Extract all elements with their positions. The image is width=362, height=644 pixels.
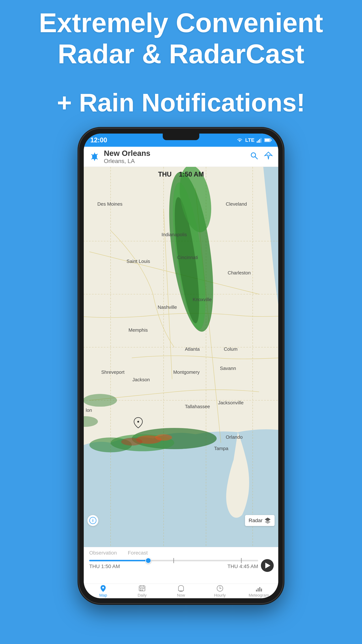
nav-label-meteogram: Meteogram	[249, 593, 269, 598]
hero-subtitle: + Rain Notifications!	[0, 88, 362, 118]
city-memphis: Memphis	[128, 327, 148, 333]
radar-button[interactable]: Radar	[245, 515, 275, 526]
location-city: New Orleans	[104, 149, 250, 158]
svg-point-36	[102, 587, 104, 588]
city-colum: Colum	[224, 346, 238, 352]
forecast-label: Forecast	[128, 550, 148, 556]
city-knoxville: Knoxville	[193, 297, 212, 302]
timeline-progress	[89, 560, 148, 561]
city-tampa: Tampa	[214, 446, 228, 451]
svg-rect-3	[261, 138, 261, 143]
city-indianapolis: Indianapolis	[162, 232, 187, 238]
svg-rect-43	[143, 588, 144, 589]
info-button[interactable]: i	[87, 515, 98, 526]
svg-point-50	[220, 588, 220, 589]
svg-rect-6	[271, 140, 272, 141]
city-savann: Savann	[220, 366, 236, 371]
city-lon: lon	[86, 408, 92, 413]
bottom-nav: Map Daily	[84, 584, 278, 598]
map-nav-icon	[99, 584, 107, 592]
city-tallahassee: Tallahassee	[185, 404, 210, 410]
map-timestamp: THU 1:50 AM	[158, 170, 204, 178]
battery-icon	[264, 138, 272, 142]
observation-label: Observation	[89, 550, 117, 556]
hourly-nav-icon	[216, 584, 224, 592]
city-jackson: Jackson	[132, 377, 150, 382]
signal-icon	[257, 138, 262, 143]
now-nav-icon	[177, 584, 185, 592]
nav-label-map: Map	[99, 593, 107, 598]
city-charleston: Charleston	[228, 270, 251, 276]
map-container[interactable]: THU 1:50 AM Des Moines Indianapolis Cinc…	[84, 167, 278, 549]
location-pin	[134, 416, 143, 429]
daily-nav-icon	[138, 584, 146, 592]
svg-point-31	[137, 421, 139, 422]
svg-rect-44	[140, 590, 141, 590]
status-time: 12:00	[90, 136, 107, 144]
svg-line-9	[255, 156, 257, 159]
svg-rect-45	[142, 590, 143, 590]
lte-label: LTE	[245, 137, 255, 143]
phone-notch	[163, 134, 199, 140]
timeline-labels: Observation Forecast	[89, 550, 273, 556]
city-nashville: Nashville	[158, 304, 177, 310]
svg-rect-53	[259, 587, 260, 592]
svg-rect-54	[261, 588, 262, 592]
timeline-end: THU 4:45 AM	[227, 564, 258, 569]
wifi-icon	[236, 138, 243, 143]
nav-item-daily[interactable]: Daily	[123, 584, 162, 598]
svg-rect-51	[256, 590, 257, 592]
svg-rect-41	[140, 588, 141, 589]
timeline-start: THU 1:50 AM	[89, 564, 120, 569]
hero-title: Extremely Convenient Radar & RadarCast	[0, 7, 362, 70]
play-icon	[265, 562, 270, 568]
nav-item-now[interactable]: Now	[162, 584, 201, 598]
timeline-thumb[interactable]	[145, 558, 151, 564]
svg-rect-5	[265, 139, 270, 142]
svg-rect-52	[258, 588, 259, 592]
svg-marker-35	[265, 520, 271, 524]
city-montgomery: Montgomery	[173, 370, 200, 375]
map-background: THU 1:50 AM Des Moines Indianapolis Cinc…	[84, 167, 278, 549]
svg-point-29	[84, 394, 117, 407]
svg-rect-42	[142, 588, 143, 589]
status-icons: LTE	[236, 137, 272, 143]
nav-label-daily: Daily	[138, 593, 147, 598]
city-saint-louis: Saint Louis	[126, 258, 150, 264]
city-jacksonville: Jacksonville	[218, 400, 244, 406]
city-cincinnati: Cincinnati	[177, 255, 198, 260]
header-actions	[250, 151, 273, 162]
nav-item-meteogram[interactable]: Meteogram	[239, 584, 278, 598]
info-icon: i	[89, 517, 96, 524]
location-nav-icon[interactable]	[264, 151, 273, 162]
svg-rect-0	[257, 141, 258, 143]
svg-rect-2	[259, 139, 260, 143]
location-state: Orleans, LA	[104, 158, 250, 164]
nav-item-map[interactable]: Map	[84, 584, 123, 598]
timeline-bar: Observation Forecast THU 1:50 AM THU 4:4	[84, 547, 278, 584]
svg-point-27	[155, 434, 172, 441]
city-cleveland: Cleveland	[226, 201, 247, 207]
nav-label-hourly: Hourly	[214, 593, 226, 598]
timeline-track[interactable]	[89, 560, 258, 561]
location-info: New Orleans Orleans, LA	[104, 149, 250, 164]
app-header: New Orleans Orleans, LA	[84, 147, 278, 167]
city-orlando: Orlando	[226, 434, 243, 440]
svg-point-28	[121, 438, 142, 446]
search-icon[interactable]	[250, 151, 259, 162]
timeline-times: THU 1:50 AM THU 4:45 AM	[89, 564, 258, 569]
settings-icon[interactable]	[89, 151, 100, 162]
city-shreveport: Shreveport	[101, 370, 124, 375]
city-des-moines: Des Moines	[97, 201, 122, 207]
svg-rect-1	[258, 140, 259, 143]
svg-text:i: i	[92, 518, 93, 523]
meteogram-nav-icon	[255, 584, 263, 592]
layers-icon	[264, 517, 271, 524]
play-button[interactable]	[261, 559, 274, 572]
map-terrain	[84, 167, 278, 549]
phone-frame: 12:00 LTE	[79, 128, 283, 604]
city-atlanta: Atlanta	[185, 346, 200, 352]
nav-item-hourly[interactable]: Hourly	[200, 584, 239, 598]
nav-label-now: Now	[177, 593, 185, 598]
phone-screen: 12:00 LTE	[84, 134, 278, 598]
